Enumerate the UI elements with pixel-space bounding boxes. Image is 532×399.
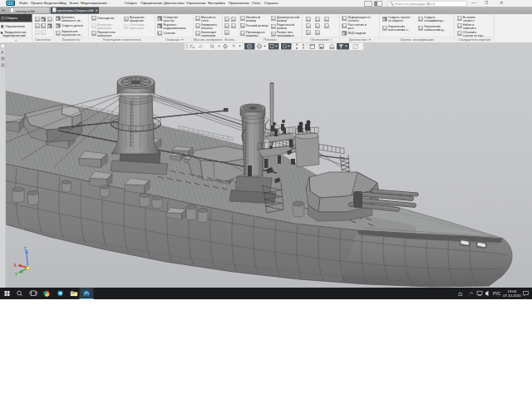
svg-text:07.10.2020: 07.10.2020 [503, 293, 521, 298]
svg-text:fx: fx [2, 50, 4, 54]
svg-text:РУС: РУС [493, 292, 501, 296]
svg-text:Z: Z [24, 247, 27, 251]
